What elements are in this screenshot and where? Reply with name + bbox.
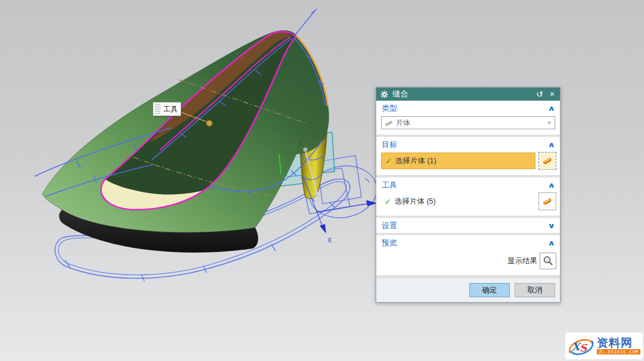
cancel-button[interactable]: 取消	[515, 283, 555, 297]
group-preview-header[interactable]: 预览 ∧	[376, 235, 560, 250]
xs-emblem-icon: X S	[566, 334, 595, 358]
z-axis-label: Z	[299, 140, 302, 147]
collapse-caret-icon[interactable]: ∧	[548, 141, 556, 149]
type-dropdown-value: 片体	[396, 118, 410, 128]
group-preview: 预览 ∧ 显示结果	[376, 235, 560, 276]
dialog-title: 缝合	[392, 89, 531, 99]
tool-annotation-label: 工具	[162, 104, 181, 114]
collapse-caret-icon[interactable]: ∧	[548, 104, 556, 113]
group-tool-header[interactable]: 工具 ∧	[376, 178, 560, 192]
target-select-row[interactable]: ✓ 选择片体 (1)	[381, 153, 535, 169]
leader-anchor-ball	[206, 120, 212, 126]
group-target-label: 目标	[382, 139, 397, 150]
dialog-titlebar[interactable]: 缝合 ↺ ×	[376, 88, 560, 101]
group-tool-label: 工具	[382, 180, 397, 191]
tool-select-row[interactable]: ✓ 选择片体 (5)	[381, 194, 535, 209]
group-type-header[interactable]: 类型 ∧	[376, 101, 560, 116]
gear-icon	[380, 91, 388, 98]
tool-sheet-body-button[interactable]	[538, 192, 556, 210]
drag-grip-icon[interactable]	[155, 104, 160, 114]
reset-button[interactable]: ↺	[535, 90, 544, 98]
x-axis-arrow	[320, 224, 326, 234]
watermark-site-url: ZL.XS1616.COM	[597, 349, 640, 355]
sew-dialog[interactable]: 缝合 ↺ × 类型 ∧ 片体 ▼ 目标 ∧ ✓ 选择片体 (1)	[376, 87, 561, 303]
group-target: 目标 ∧ ✓ 选择片体 (1)	[376, 137, 560, 176]
shoe-body[interactable]	[42, 30, 329, 253]
close-button[interactable]: ×	[549, 90, 556, 98]
group-preview-label: 预览	[382, 238, 397, 248]
check-icon: ✓	[385, 157, 392, 166]
watermark-logo: X S 资料网 ZL.XS1616.COM	[565, 332, 643, 359]
type-dropdown[interactable]: 片体 ▼	[381, 116, 555, 129]
sheet-body-icon	[542, 156, 553, 166]
sheet-body-icon	[385, 119, 393, 127]
collapse-caret-icon[interactable]: ∧	[548, 181, 556, 189]
magnifier-icon	[543, 256, 553, 266]
group-settings: 设置 ∨	[376, 218, 560, 234]
expand-caret-icon[interactable]: ∨	[548, 222, 556, 230]
group-settings-label: 设置	[382, 220, 397, 231]
dialog-footer: 确定 取消	[376, 278, 560, 302]
sheet-body-icon	[542, 197, 553, 206]
show-result-button[interactable]	[540, 253, 556, 269]
group-type-label: 类型	[382, 103, 397, 114]
svg-text:S: S	[580, 342, 588, 354]
tool-select-label: 选择片体 (5)	[395, 197, 436, 207]
chevron-down-icon[interactable]: ▼	[547, 120, 552, 126]
target-sheet-body-button[interactable]	[538, 152, 556, 170]
group-tool: 工具 ∧ ✓ 选择片体 (5)	[376, 178, 560, 216]
tool-annotation-balloon[interactable]: 工具	[153, 102, 181, 116]
group-settings-header[interactable]: 设置 ∨	[376, 218, 560, 233]
group-type: 类型 ∧ 片体 ▼	[376, 101, 560, 135]
collapse-caret-icon[interactable]: ∧	[548, 239, 556, 247]
group-target-header[interactable]: 目标 ∧	[376, 137, 560, 152]
watermark-site-name: 资料网	[597, 337, 640, 348]
show-result-label: 显示结果	[507, 256, 537, 266]
ok-button[interactable]: 确定	[469, 283, 510, 297]
x-axis-label: X	[327, 236, 332, 244]
check-icon: ✓	[385, 197, 391, 206]
target-select-label: 选择片体 (1)	[395, 156, 436, 166]
